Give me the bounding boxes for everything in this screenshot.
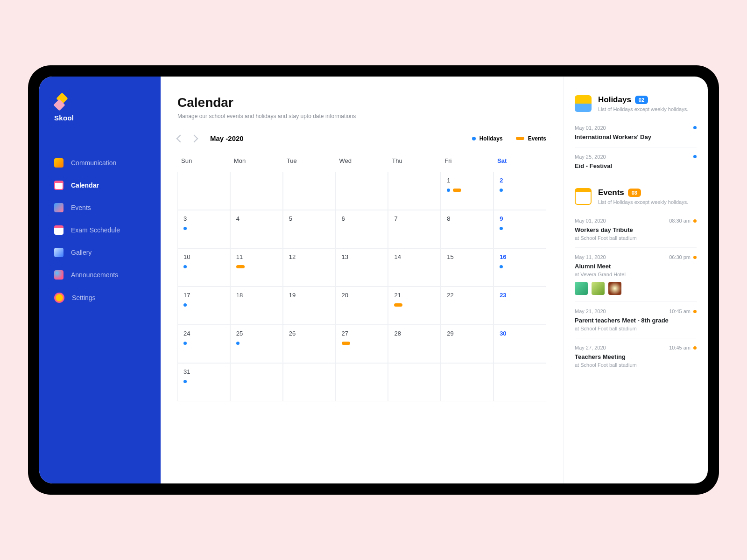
calendar-body: 1234567891011121314151617181920212223242… [177,172,546,401]
calendar-cell[interactable]: 30 [493,325,546,363]
event-location: at Vevera Grand Hotel [575,272,697,277]
event-item-header: May 01, 2020 08:30 am [575,218,697,224]
day-number: 11 [236,253,277,260]
calendar-cell[interactable]: 19 [283,287,336,325]
day-number: 14 [394,253,435,260]
event-location: at School Foot ball stadium [575,326,697,331]
calendar-cell[interactable]: 3 [177,210,230,248]
event-item[interactable]: May 01, 2020 08:30 am Workers day Tribut… [575,211,697,248]
event-thumbnails [575,282,697,295]
calendar-cell[interactable]: 9 [493,210,546,248]
calendar-cell[interactable]: 29 [441,325,493,363]
calendar-cell[interactable]: 2 [493,172,546,210]
holiday-item[interactable]: May 25, 2020 Eid - Festival [575,147,697,176]
event-item[interactable]: May 21, 2020 10:45 am Parent teachers Me… [575,302,697,338]
event-marker-icon [394,303,402,307]
calendar-cell[interactable]: 21 [388,287,441,325]
sidebar-item-label: Exam Scchedule [71,226,120,234]
sidebar-item-calendar[interactable]: Calendar [39,174,161,196]
day-number: 4 [236,215,277,222]
app-screen: Skool Communication Calendar Events Exam… [39,77,708,483]
event-title: Teachers Meeting [575,353,697,360]
event-time-wrap: 08:30 am [669,218,697,224]
sidebar: Skool Communication Calendar Events Exam… [39,77,161,483]
holiday-marker-icon [183,303,187,307]
sidebar-item-settings[interactable]: Settings [39,286,161,309]
calendar-cell[interactable]: 14 [388,248,441,287]
day-markers [394,303,435,307]
day-number: 3 [183,215,224,222]
day-markers [500,227,540,230]
calendar-cell[interactable]: 11 [230,248,283,287]
suitcase-icon [575,95,592,112]
right-panel: Holidays 02 List of Holidays except week… [563,77,708,483]
calendar-cell[interactable]: 6 [336,210,388,248]
day-markers [342,342,382,345]
holiday-marker-icon [500,265,503,268]
calendar-cell[interactable]: 17 [177,287,230,325]
calendar-cell[interactable]: 16 [493,248,546,287]
legend-events: Events [516,135,546,142]
calendar-row: 24252627282930 [177,325,546,363]
calendar-cell[interactable]: 15 [441,248,493,287]
event-item-header: May 27, 2020 10:45 am [575,345,697,350]
logo-icon [54,93,71,110]
event-date: May 01, 2020 [575,218,606,224]
sidebar-item-gallery[interactable]: Gallery [39,241,161,264]
calendar-cell[interactable]: 28 [388,325,441,363]
calendar-cell[interactable]: 5 [283,210,336,248]
sidebar-item-events[interactable]: Events [39,196,161,219]
calendar-cell[interactable]: 25 [230,325,283,363]
calendar-cell[interactable]: 24 [177,325,230,363]
calendar-cell[interactable]: 10 [177,248,230,287]
calendar-cell [336,363,388,401]
calendar-cell[interactable]: 8 [441,210,493,248]
calendar-cell[interactable]: 12 [283,248,336,287]
events-count-badge: 03 [628,189,641,197]
calendar-cell[interactable]: 26 [283,325,336,363]
holiday-item[interactable]: May 01, 2020 International Workers' Day [575,119,697,147]
day-number: 18 [236,292,277,299]
calendar-row: 3456789 [177,210,546,248]
weekday-label: Tue [283,153,336,172]
calendar-cell[interactable]: 20 [336,287,388,325]
event-dot-icon [693,346,697,350]
section-title-text: Events [598,188,624,197]
calendar-cell[interactable]: 7 [388,210,441,248]
weekday-label: Sat [493,153,546,172]
sidebar-item-label: Communication [71,159,116,167]
holiday-marker-icon [447,189,450,192]
event-item[interactable]: May 27, 2020 10:45 am Teachers Meeting a… [575,338,697,374]
calendar-cell[interactable]: 23 [493,287,546,325]
month-navigator: May -2020 [177,134,244,142]
sidebar-item-announcements[interactable]: Announcements [39,264,161,286]
holidays-list: May 01, 2020 International Workers' Day … [575,119,697,176]
chevron-left-icon[interactable] [176,134,184,142]
calendar-cell [283,172,336,210]
calendar-cell[interactable]: 1 [441,172,493,210]
calendar-cell[interactable]: 18 [230,287,283,325]
day-markers [183,227,224,230]
day-number: 13 [342,253,382,260]
calendar-cell[interactable]: 4 [230,210,283,248]
sidebar-item-communication[interactable]: Communication [39,152,161,174]
event-item[interactable]: May 11, 2020 06:30 pm Alumni Meet at Vev… [575,248,697,302]
day-number: 15 [447,253,487,260]
calendar-cell[interactable]: 27 [336,325,388,363]
calendar-cell[interactable]: 31 [177,363,230,401]
chevron-right-icon[interactable] [190,134,198,142]
holiday-title: Eid - Festival [575,162,697,169]
day-number: 1 [447,177,487,184]
thumbnail-icon [575,282,588,295]
sidebar-item-exam-schedule[interactable]: Exam Scchedule [39,219,161,241]
event-time-wrap: 10:45 am [669,345,697,350]
calendar-cell [388,172,441,210]
calendar-cell [230,363,283,401]
calendar-cell[interactable]: 13 [336,248,388,287]
calendar-cell[interactable]: 22 [441,287,493,325]
holidays-subtitle: List of Holidays except weekly holidays. [598,106,688,112]
holidays-title: Holidays 02 [598,95,648,105]
device-frame: Skool Communication Calendar Events Exam… [28,65,719,495]
calendar-cell [336,172,388,210]
event-location: at School Foot ball stadium [575,362,697,368]
